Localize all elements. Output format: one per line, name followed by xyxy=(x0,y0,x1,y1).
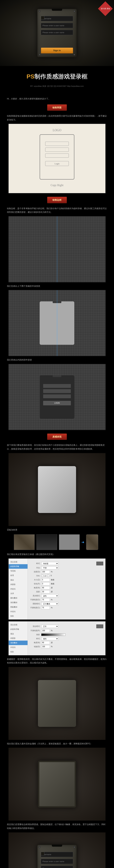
arrow-icon: ➜ xyxy=(81,539,84,545)
preview-swatch xyxy=(96,624,103,628)
dir-up-radio[interactable] xyxy=(41,575,43,577)
step-header-2: 绘制边框 xyxy=(47,197,67,203)
dialog-nav: 混合选项 斜面和浮雕 等高线纹理描边内阴影内发光光泽颜色叠加渐变叠加图案叠加外发… xyxy=(9,559,28,619)
gstyle-select[interactable]: 线性 xyxy=(41,637,59,640)
screw-icon xyxy=(39,54,41,56)
step1-text: 绘制草图是每次做图标前都必须经历的流程（在此特别推荐大家可以尝试蒙著利贴方式保存… xyxy=(7,114,107,122)
intro-text: Hi，大家好，很久没和大家研究图标的设计了。 xyxy=(7,97,107,101)
sketch-image: LOGO Login Copy Right xyxy=(8,124,106,193)
scale-input[interactable] xyxy=(41,645,50,648)
author-meta: BY: szpodlaw 来源: 设计派 QQ:416421567 http:/… xyxy=(0,84,114,92)
login-panel-hero: Sign in xyxy=(37,9,77,57)
gradient-picker[interactable] xyxy=(41,633,66,636)
result-metal-plate xyxy=(8,667,106,740)
step3-text1: 接下来我们要做质感的表现，首先我们绘制出四个小的形状放在背板的边角上，通过投影使… xyxy=(7,443,107,451)
screw-icon xyxy=(73,10,75,12)
method-select[interactable]: 平滑 xyxy=(41,566,59,569)
texture-row: ➜ xyxy=(14,534,100,550)
texture-sample-2 xyxy=(36,534,57,550)
screw-icon xyxy=(73,54,75,56)
result-light-plate xyxy=(8,453,106,526)
hl-opacity-input[interactable] xyxy=(41,598,50,601)
gangle-input[interactable] xyxy=(41,641,50,644)
altitude-input[interactable] xyxy=(41,590,50,593)
opacity-input[interactable] xyxy=(41,629,50,632)
field-input[interactable] xyxy=(41,30,73,35)
depth-input[interactable] xyxy=(41,570,50,574)
wireframe-grid-1 xyxy=(8,216,106,282)
wireframe-grid-2 xyxy=(8,290,106,356)
angle-input[interactable] xyxy=(41,586,50,589)
step-header-3: 质感表现 xyxy=(47,433,67,440)
result-with-inputs xyxy=(8,832,106,868)
texture-result xyxy=(86,534,98,550)
soft-input[interactable] xyxy=(41,582,50,585)
screw-icon xyxy=(39,10,41,12)
result-framed xyxy=(8,748,106,820)
hero-banner: 设计派 原创 Sign in xyxy=(0,0,114,66)
step2-text: 绘制边框，是个非常考验动手能力的过程。我们拆分每个边角的剪裁作为临时存储，通过矢… xyxy=(7,207,107,214)
layer-style-dialog-2: 混合选项斜面和浮雕描边内阴影 渐变叠加 外发光投影 混合模式:正常 不透明度(P… xyxy=(8,621,106,655)
shadow-select[interactable]: 正片叠底 xyxy=(41,602,59,606)
main-title: PS制作质感游戏登录框 xyxy=(0,66,114,84)
highlight-select[interactable]: 滤色 xyxy=(41,594,59,597)
style-select[interactable]: 内斜面 xyxy=(41,562,59,565)
corner-badge: 设计派 原创 xyxy=(98,1,113,16)
layer-style-dialog-1: 混合选项 斜面和浮雕 等高线纹理描边内阴影内发光光泽颜色叠加渐变叠加图案叠加外发… xyxy=(8,558,106,620)
preview-swatch xyxy=(96,562,103,565)
size-input[interactable] xyxy=(41,578,50,581)
username-input[interactable] xyxy=(41,16,73,21)
blend-select[interactable]: 正常 xyxy=(41,625,59,628)
wireframe-grid-3: LOGIN xyxy=(8,364,106,430)
texture-sample-3 xyxy=(59,534,80,550)
texture-sample-1 xyxy=(14,534,35,550)
signin-button[interactable]: Sign in xyxy=(41,48,73,54)
dir-down-radio[interactable] xyxy=(47,575,49,577)
field-input[interactable] xyxy=(41,23,73,28)
step-header-1: 绘制草图 xyxy=(47,104,67,111)
sh-opacity-input[interactable] xyxy=(41,606,50,609)
